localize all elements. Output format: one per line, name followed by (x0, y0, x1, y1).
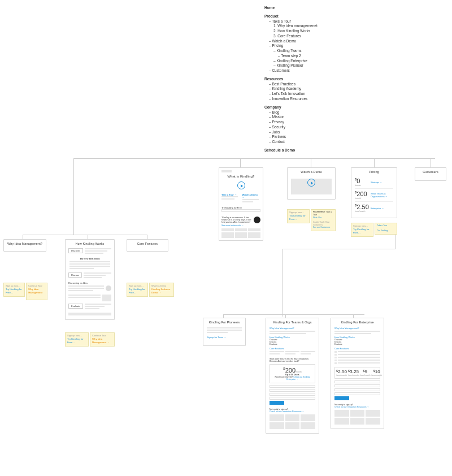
page-title: Watch a Demo (288, 168, 335, 175)
sitemap-item[interactable]: – Take a Tour (269, 19, 318, 24)
from-here-label: FROM HERE: Take a Tour (313, 211, 333, 217)
try-free-link[interactable]: Try Kindling for Free… (289, 214, 307, 221)
sitemap-item[interactable]: 1. Why idea managemenet (273, 24, 318, 29)
sticky-note: Take a Tour Our Kindling (375, 223, 397, 235)
sitemap-item[interactable]: – Partners (269, 135, 318, 140)
sitemap-item[interactable]: – Kindling Enterprise (273, 59, 318, 64)
play-icon[interactable] (307, 179, 315, 187)
insider-label: Insider Youth: New Customers (313, 221, 333, 227)
quote-text: "Kindling is so awesome. It has helped u… (221, 217, 252, 223)
email-input[interactable] (221, 209, 260, 212)
sitemap-item[interactable]: – Team step 2 (278, 54, 318, 59)
sitemap-item[interactable]: 2. How Kindling Works (273, 29, 318, 34)
signup-input[interactable] (334, 392, 380, 395)
page-title: Kindling For Pioneers (203, 318, 245, 325)
page-title: Kindling For Teams & Orgs (266, 318, 319, 325)
pricing-teams-link[interactable]: Small Teams & Organizations → (371, 192, 393, 198)
signup-input[interactable] (270, 397, 315, 400)
page-pricing: Pricing $0forever Startups → $200/month … (351, 167, 397, 218)
sitemap-item[interactable]: – Customers (269, 68, 318, 73)
sitemap-item[interactable]: – Security (269, 125, 318, 130)
sitemap-item[interactable]: – Innovation Resources (269, 97, 318, 102)
sticky-note: Sign up now… Try Kindling for Free… (127, 283, 148, 297)
pricing-enterprise-link[interactable]: Enterprise → (371, 207, 393, 210)
sitemap-resources-heading: Resources (264, 77, 318, 82)
sitemap-item[interactable]: – Watch a Demo (269, 39, 318, 44)
page-customers: Customers (415, 167, 446, 181)
page-pioneers: Kindling For Pioneers Signup for Team → (203, 318, 246, 346)
signup-team-link[interactable]: Signup for Team → (207, 336, 242, 339)
page-title: Core Features (127, 240, 168, 246)
signup-input[interactable] (334, 380, 380, 383)
watch-demo-link[interactable]: Watch a Demo → (242, 193, 261, 199)
sitemap-item[interactable]: 3. Core Features (273, 34, 318, 39)
page-title: Kindling For Enterprise (331, 318, 384, 325)
pricing-rows: $0forever Startups → $200/month Small Te… (351, 175, 397, 215)
play-icon[interactable] (237, 181, 245, 189)
next-link[interactable]: Next: Our (313, 217, 333, 219)
page-title: How Kindling Works (66, 240, 114, 246)
sitemap-item[interactable]: – Mission (269, 115, 318, 120)
page-core-features: Core Features (127, 239, 168, 252)
page-why-idea-mgmt: Why Idea Management? (3, 239, 46, 252)
signup-input[interactable] (334, 384, 380, 387)
more-testimonials-link[interactable]: See more testimonials → (219, 224, 263, 228)
signup-input[interactable] (270, 385, 315, 388)
page-what-is-kindling: What is Kindling? Take a Tour → Watch a … (219, 167, 263, 241)
section-button[interactable]: Discuss (68, 272, 82, 278)
sticky-note: Watch a Demo Kindling Software Demo → (149, 283, 174, 297)
page-title: What is Kindling? (219, 172, 263, 179)
sitemap-item[interactable]: – Let's Talk Innovation (269, 92, 318, 97)
sitemap-outline: Home Product – Take a Tour 1. Why idea m… (264, 2, 318, 153)
sticky-note: FROM HERE: Take a Tour Next: Our Insider… (311, 209, 336, 231)
sitemap-product-heading: Product (264, 14, 318, 19)
note-link[interactable]: Our Kindling (377, 230, 395, 232)
sticky-note: Sign up now… Try Kindling for Free… (65, 332, 89, 347)
sitemap-demo-cta[interactable]: Schedule a Demo (264, 148, 318, 153)
page-title: Customers (415, 168, 446, 175)
sitemap-item[interactable]: – Kindling Pioneer (273, 63, 318, 68)
sitemap-item[interactable]: – Privacy (269, 120, 318, 125)
signup-input[interactable] (270, 389, 315, 392)
sitemap-item[interactable]: – Kindling Teams (273, 49, 318, 54)
video-placeholder (291, 179, 332, 194)
sitemap-item[interactable]: – Kindling Academy (269, 86, 318, 92)
sitemap-item[interactable]: – Contact (269, 140, 318, 145)
page-title: Pricing (351, 168, 397, 175)
sitemap-item[interactable]: – Blog (269, 110, 318, 115)
sticky-note: Continue Tour Why Idea Management → (90, 332, 115, 347)
section-button[interactable]: Discover (68, 248, 83, 253)
customers-link[interactable]: See our Customers (313, 226, 333, 229)
page-enterprise: Kindling For Enterprise Why Idea Managem… (331, 318, 384, 429)
page-title: Why Idea Management? (4, 240, 46, 246)
sitemap-company-heading: Company (264, 105, 318, 110)
pricing-startups-link[interactable]: Startups → (371, 181, 393, 184)
discuss-title: Discussing an Idea (68, 282, 111, 284)
note-link[interactable]: Take a Tour (377, 224, 395, 227)
try-free-link[interactable]: Try Kindling for Free… (353, 228, 371, 235)
signup-input[interactable] (270, 393, 315, 396)
sitemap-item[interactable]: – Best Practices (269, 82, 318, 87)
brand-logo (254, 217, 260, 223)
sticky-note: Continue Tour Why Idea Management → (26, 283, 47, 300)
page-watch-demo: Watch a Demo (287, 167, 336, 200)
sitemap-item[interactable]: – Jobs (269, 130, 318, 135)
feature-info: Slack style features list. No Slack inte… (270, 358, 315, 362)
section-button[interactable]: Evaluate (68, 304, 83, 309)
sticky-note: Sign up now… Try Kindling for Free… (287, 209, 310, 223)
sitemap-home[interactable]: Home (264, 6, 318, 11)
signup-button[interactable] (334, 396, 349, 400)
sticky-note: Sign up now… Try Kindling for Free… (351, 223, 373, 237)
avatar (106, 285, 111, 291)
signup-button[interactable] (270, 401, 284, 405)
signup-input[interactable] (334, 388, 380, 391)
page-how-kindling-works: How Kindling Works Discover The New York… (65, 239, 115, 320)
sitemap-item[interactable]: – Pricing (269, 44, 318, 49)
page-teams-orgs: Kindling For Teams & Orgs Why Idea Manag… (266, 318, 319, 434)
nyt-logo: The New York Times (68, 257, 111, 260)
sticky-note: Sign up now… Try Kindling for Free… (3, 283, 25, 297)
